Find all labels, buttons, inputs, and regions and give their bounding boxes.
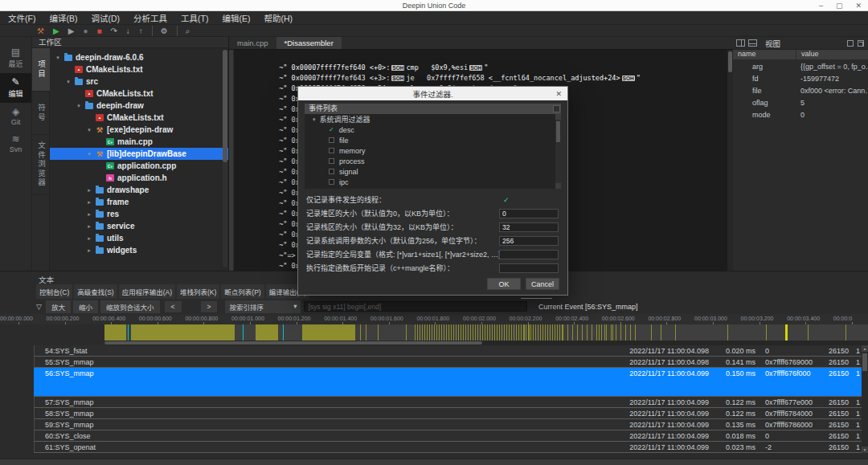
cancel-button[interactable]: Cancel [526,278,559,290]
tree-row[interactable]: ▸ res [50,208,228,220]
expander-icon[interactable]: ▾ [76,103,82,109]
step-into-icon[interactable]: ↓ [126,26,130,36]
filter-item[interactable]: file [305,135,561,145]
ok-button[interactable]: OK [487,278,521,290]
column-header-name[interactable]: name [733,50,796,59]
tree-row[interactable]: ▸ service [50,220,228,232]
expander-icon[interactable]: ▸ [86,211,92,218]
expand-icon[interactable] [858,40,864,47]
build-hammer-icon[interactable]: ⚒ [37,26,44,36]
analyze-search-icon[interactable]: ⌕ [177,26,190,36]
tree-row[interactable]: CMakeLists.txt [50,112,228,124]
activity-item[interactable]: ▤ 最近 [0,43,31,73]
tree-row[interactable]: ▾ deepin-draw-6.0.6 [50,51,228,63]
event-row[interactable]: 58:SYS_mmap 2022/11/17 11:00:04.099 0.12… [34,408,868,419]
stop-icon[interactable]: ■ [96,26,101,36]
step-out-icon[interactable]: ↑ [139,26,143,36]
settings-gear-icon[interactable]: ⚙ [152,26,168,36]
menu-item[interactable]: 文件(F) [8,12,35,24]
editor-tab[interactable]: main.cpp ✕ [229,37,276,49]
expander-icon[interactable]: ▾ [65,79,72,85]
bottom-tab[interactable]: 高级查找(S) [74,284,117,299]
event-table-scrollbar[interactable]: ▲ ▼ [862,345,868,453]
zoom-out-button[interactable]: 缩小 [73,300,98,313]
event-row[interactable]: 57:SYS_mmap 2022/11/17 11:00:04.099 0.12… [34,397,868,408]
dialog-list-scrollbar[interactable] [555,114,561,189]
filter-item[interactable]: desc [305,124,561,135]
filter-item[interactable]: process [305,156,561,166]
variable-row[interactable]: oflag 5 [733,96,868,108]
sort-dropdown[interactable]: 按索引排序 ▾ [225,300,301,313]
editor-scrollbar[interactable] [727,50,733,271]
workspace-tab[interactable]: 文件浏览器 [32,135,50,195]
variable-row[interactable]: arg {{gp_offset = 0, fp_o… [733,60,868,72]
menu-item[interactable]: 编辑(E) [222,12,250,24]
tree-row[interactable]: ▾ deepin-draw [50,100,228,112]
zoom-in-button[interactable]: 放大 [46,300,71,313]
field-input[interactable] [499,263,559,273]
dialog-title-bar[interactable]: 事件过滤器. ✕ [298,87,567,100]
variable-row[interactable]: mode 0 [733,108,868,120]
tree-row[interactable]: CMakeLists.txt [50,88,228,100]
workspace-tab[interactable]: 符号 [32,92,50,135]
event-row[interactable]: 61:SYS_openat 2022/11/17 11:00:04.099 0.… [34,442,868,453]
menu-item[interactable]: 分析工具 [133,12,167,24]
expander-icon[interactable]: ▾ [313,116,316,123]
variable-row[interactable]: fd -159977472 [733,72,868,84]
expander-icon[interactable]: ▸ [86,187,92,194]
event-row[interactable]: 59:SYS_mmap 2022/11/17 11:00:04.099 0.13… [34,419,868,430]
restore-icon[interactable] [847,40,854,47]
close-button[interactable]: ✕ [855,2,862,10]
split-columns-icon[interactable] [736,39,745,47]
activity-item[interactable]: ✎ 编辑 [0,73,31,103]
bottom-tab[interactable]: 堆栈列表(K) [177,284,219,299]
step-over-icon[interactable]: ↷ [110,26,117,36]
column-header-value[interactable]: value [796,50,868,59]
prev-event-button[interactable]: < [165,301,182,312]
checkbox[interactable] [329,179,334,185]
expander-icon[interactable]: ▸ [86,223,92,230]
menu-item[interactable]: 工具(T) [181,12,208,24]
tree-row[interactable]: main.cpp [50,136,228,148]
expander-icon[interactable]: ▾ [86,151,92,157]
expander-icon[interactable]: ▸ [86,235,92,242]
event-row[interactable]: 60:SYS_close 2022/11/17 11:00:04.099 0.0… [34,430,868,442]
dialog-list-scrollbar-thumb[interactable] [556,121,560,142]
tree-row[interactable]: ▾ [lib]deepinDrawBase [50,148,228,160]
event-search-input[interactable] [304,301,527,312]
tree-row[interactable]: ▾ [exe]deepin-draw [50,124,228,136]
filter-tree-root[interactable]: ▾ 系统调用过滤器 [305,114,561,124]
menu-item[interactable]: 编译(B) [49,12,77,24]
scroll-up-icon[interactable] [555,114,561,120]
variable-row[interactable]: file 0xf000 <error: Cann… [733,84,868,96]
tree-row[interactable]: ▸ frame [50,196,228,208]
attach-process-icon[interactable]: ● [83,26,88,36]
filter-item[interactable]: memory [305,145,561,156]
checkbox[interactable] [329,158,334,164]
tree-row[interactable]: ▾ src [50,75,228,88]
tree-scrollbar-thumb[interactable] [223,50,227,162]
checkbox[interactable] [329,169,334,174]
checkbox[interactable] [329,137,334,143]
tree-scrollbar[interactable] [223,50,227,267]
tree-row[interactable]: ▸ drawshape [50,184,228,196]
timeline-band[interactable] [104,324,868,341]
split-rows-icon[interactable] [748,39,757,47]
expander-icon[interactable]: ▾ [86,127,92,133]
scroll-down-icon[interactable] [555,183,561,189]
filter-item[interactable]: ipc [305,177,561,187]
timeline-hscrollbar-thumb[interactable] [104,341,482,345]
field-input[interactable] [499,250,559,259]
tree-row[interactable]: CMakeLists.txt [50,63,228,75]
tree-row[interactable]: application.h [50,172,228,184]
event-row[interactable]: 55:SYS_mmap 2022/11/17 11:00:04.098 0.14… [34,357,868,368]
filter-item[interactable]: signal [305,166,561,177]
event-row[interactable]: 56:SYS_mmap 2022/11/17 11:00:04.099 0.15… [34,368,868,397]
dialog-close-icon[interactable]: ✕ [555,87,562,100]
menu-item[interactable]: 调试(D) [91,12,120,24]
bottom-tab[interactable]: 应用程序输出(A) [119,284,175,299]
workspace-tab[interactable]: 项目 [32,48,50,92]
tree-row[interactable]: ▸ utils [50,232,228,244]
tree-row[interactable]: ▸ widgets [50,244,228,256]
menu-item[interactable]: 帮助(H) [264,12,293,24]
